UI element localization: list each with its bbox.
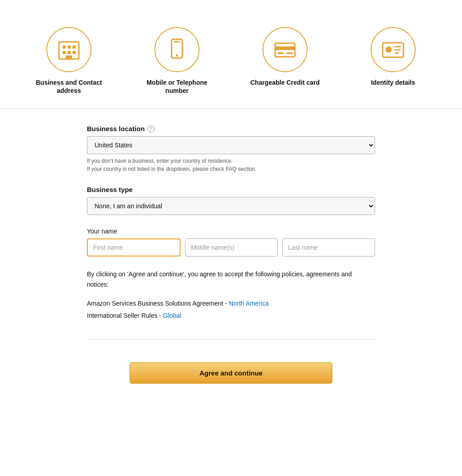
step-icon-business-contact xyxy=(46,27,91,72)
step-business-contact: Business and Contact address xyxy=(28,27,109,95)
business-type-group: Business type None, I am an individual S… xyxy=(87,186,375,215)
global-link[interactable]: Global xyxy=(163,312,181,319)
submit-area: Agree and continue xyxy=(87,353,375,388)
policy-text: By clicking on 'Agree and continue', you… xyxy=(87,269,375,289)
business-location-help-icon[interactable]: ? xyxy=(147,125,154,133)
svg-rect-3 xyxy=(72,46,76,49)
last-name-input[interactable] xyxy=(282,238,375,256)
svg-point-16 xyxy=(385,46,392,53)
page-container: Business and Contact address Mobile or T… xyxy=(0,0,462,431)
phone-icon xyxy=(165,37,189,62)
identity-icon xyxy=(381,37,405,62)
svg-rect-17 xyxy=(394,46,401,47)
step-icon-credit-card xyxy=(263,27,308,72)
business-location-select[interactable]: United States United Kingdom Canada Germ… xyxy=(87,136,375,154)
svg-rect-7 xyxy=(66,55,72,59)
business-type-label: Business type xyxy=(87,186,375,193)
form-section: Business location ? United States United… xyxy=(69,109,393,404)
svg-rect-5 xyxy=(68,51,71,54)
middle-name-input[interactable] xyxy=(185,238,278,256)
business-location-hint: If you don't have a business, enter your… xyxy=(87,157,375,173)
svg-rect-12 xyxy=(275,46,295,50)
divider xyxy=(87,339,375,340)
business-location-group: Business location ? United States United… xyxy=(87,125,375,173)
svg-rect-13 xyxy=(277,52,284,54)
svg-rect-19 xyxy=(394,52,399,54)
step-credit-card: Chargeable Credit card xyxy=(245,27,326,95)
svg-rect-6 xyxy=(72,51,76,54)
step-icon-identity xyxy=(371,27,416,72)
step-mobile: Mobile or Telephone number xyxy=(136,27,217,95)
svg-rect-14 xyxy=(286,52,293,54)
svg-rect-9 xyxy=(174,41,180,42)
business-type-select[interactable]: None, I am an individual Sole Proprietor… xyxy=(87,197,375,215)
steps-header: Business and Contact address Mobile or T… xyxy=(0,18,462,109)
svg-rect-2 xyxy=(68,46,71,49)
agreement-line-2: International Seller Rules - Global xyxy=(87,310,375,322)
step-icon-mobile xyxy=(154,27,199,72)
svg-point-10 xyxy=(176,55,178,57)
step-identity: Identity details xyxy=(353,27,434,95)
agree-continue-button[interactable]: Agree and continue xyxy=(130,362,332,384)
step-label-business-contact: Business and Contact address xyxy=(28,78,109,95)
svg-rect-18 xyxy=(394,49,401,50)
step-label-identity: Identity details xyxy=(371,78,415,87)
name-row xyxy=(87,238,375,256)
business-location-label: Business location ? xyxy=(87,125,375,133)
credit-card-icon xyxy=(273,37,297,62)
first-name-input[interactable] xyxy=(87,238,181,256)
svg-rect-4 xyxy=(63,51,66,54)
svg-rect-1 xyxy=(63,46,66,49)
step-label-credit-card: Chargeable Credit card xyxy=(250,78,320,87)
agreement-links: Amazon Services Business Solutions Agree… xyxy=(87,298,375,321)
agreement-line-1: Amazon Services Business Solutions Agree… xyxy=(87,298,375,310)
step-label-mobile: Mobile or Telephone number xyxy=(136,78,217,95)
your-name-label: Your name xyxy=(87,228,375,235)
building-icon xyxy=(57,37,81,62)
your-name-group: Your name xyxy=(87,228,375,256)
north-america-link[interactable]: North America xyxy=(229,300,269,307)
